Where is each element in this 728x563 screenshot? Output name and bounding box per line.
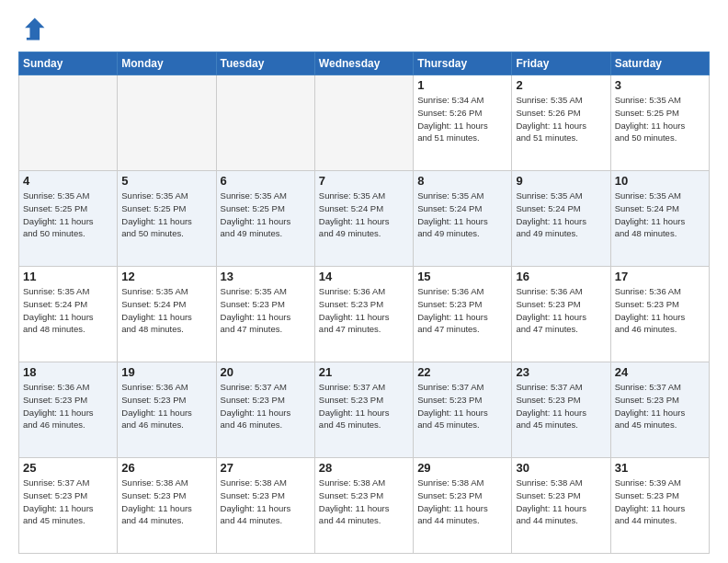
day-info: Sunrise: 5:35 AM Sunset: 5:24 PM Dayligh… bbox=[615, 190, 705, 240]
day-info: Sunrise: 5:35 AM Sunset: 5:25 PM Dayligh… bbox=[221, 190, 311, 240]
weekday-header-tuesday: Tuesday bbox=[216, 52, 314, 75]
calendar-cell-3-1: 19Sunrise: 5:36 AM Sunset: 5:23 PM Dayli… bbox=[118, 362, 216, 458]
day-number: 2 bbox=[516, 78, 606, 92]
day-number: 29 bbox=[417, 461, 507, 475]
calendar-header-row: SundayMondayTuesdayWednesdayThursdayFrid… bbox=[19, 52, 710, 75]
day-number: 3 bbox=[615, 78, 705, 92]
day-number: 8 bbox=[417, 174, 507, 188]
calendar-cell-0-3 bbox=[314, 75, 413, 171]
weekday-header-thursday: Thursday bbox=[414, 52, 512, 75]
calendar-row-0: 1Sunrise: 5:34 AM Sunset: 5:26 PM Daylig… bbox=[19, 75, 710, 171]
calendar-cell-1-2: 6Sunrise: 5:35 AM Sunset: 5:25 PM Daylig… bbox=[216, 171, 314, 267]
calendar-cell-1-6: 10Sunrise: 5:35 AM Sunset: 5:24 PM Dayli… bbox=[610, 171, 709, 267]
calendar-cell-1-4: 8Sunrise: 5:35 AM Sunset: 5:24 PM Daylig… bbox=[414, 171, 512, 267]
day-number: 17 bbox=[615, 270, 705, 283]
day-info: Sunrise: 5:35 AM Sunset: 5:25 PM Dayligh… bbox=[121, 190, 211, 240]
day-info: Sunrise: 5:36 AM Sunset: 5:23 PM Dayligh… bbox=[121, 381, 211, 431]
calendar-cell-4-4: 29Sunrise: 5:38 AM Sunset: 5:23 PM Dayli… bbox=[414, 458, 512, 554]
day-number: 10 bbox=[615, 174, 705, 188]
day-number: 15 bbox=[417, 270, 507, 283]
header bbox=[18, 15, 710, 44]
weekday-header-sunday: Sunday bbox=[19, 52, 118, 75]
day-number: 21 bbox=[319, 365, 409, 379]
day-info: Sunrise: 5:38 AM Sunset: 5:23 PM Dayligh… bbox=[121, 477, 211, 527]
day-number: 22 bbox=[417, 365, 507, 379]
calendar-cell-1-0: 4Sunrise: 5:35 AM Sunset: 5:25 PM Daylig… bbox=[19, 171, 118, 267]
day-number: 12 bbox=[121, 270, 211, 283]
day-number: 13 bbox=[221, 270, 311, 283]
day-number: 26 bbox=[121, 461, 211, 475]
day-info: Sunrise: 5:38 AM Sunset: 5:23 PM Dayligh… bbox=[319, 477, 409, 527]
calendar-cell-3-3: 21Sunrise: 5:37 AM Sunset: 5:23 PM Dayli… bbox=[314, 362, 413, 458]
day-number: 28 bbox=[319, 461, 409, 475]
day-info: Sunrise: 5:35 AM Sunset: 5:25 PM Dayligh… bbox=[23, 190, 113, 240]
day-number: 1 bbox=[417, 78, 507, 92]
calendar-cell-4-5: 30Sunrise: 5:38 AM Sunset: 5:23 PM Dayli… bbox=[512, 458, 610, 554]
calendar-cell-3-4: 22Sunrise: 5:37 AM Sunset: 5:23 PM Dayli… bbox=[414, 362, 512, 458]
calendar-row-1: 4Sunrise: 5:35 AM Sunset: 5:25 PM Daylig… bbox=[19, 171, 710, 267]
day-number: 16 bbox=[516, 270, 606, 283]
calendar-cell-4-1: 26Sunrise: 5:38 AM Sunset: 5:23 PM Dayli… bbox=[118, 458, 216, 554]
calendar-cell-3-2: 20Sunrise: 5:37 AM Sunset: 5:23 PM Dayli… bbox=[216, 362, 314, 458]
day-info: Sunrise: 5:35 AM Sunset: 5:23 PM Dayligh… bbox=[221, 285, 311, 336]
calendar-cell-0-1 bbox=[118, 75, 216, 171]
day-info: Sunrise: 5:37 AM Sunset: 5:23 PM Dayligh… bbox=[615, 381, 705, 431]
logo bbox=[18, 15, 51, 44]
day-number: 20 bbox=[221, 365, 311, 379]
calendar-cell-2-0: 11Sunrise: 5:35 AM Sunset: 5:24 PM Dayli… bbox=[19, 267, 118, 362]
weekday-header-saturday: Saturday bbox=[610, 52, 709, 75]
calendar-cell-2-4: 15Sunrise: 5:36 AM Sunset: 5:23 PM Dayli… bbox=[414, 267, 512, 362]
day-info: Sunrise: 5:38 AM Sunset: 5:23 PM Dayligh… bbox=[221, 477, 311, 527]
calendar-cell-2-5: 16Sunrise: 5:36 AM Sunset: 5:23 PM Dayli… bbox=[512, 267, 610, 362]
calendar-cell-0-5: 2Sunrise: 5:35 AM Sunset: 5:26 PM Daylig… bbox=[512, 75, 610, 171]
calendar-cell-1-3: 7Sunrise: 5:35 AM Sunset: 5:24 PM Daylig… bbox=[314, 171, 413, 267]
day-info: Sunrise: 5:36 AM Sunset: 5:23 PM Dayligh… bbox=[615, 285, 705, 336]
day-number: 19 bbox=[121, 365, 211, 379]
calendar-cell-2-6: 17Sunrise: 5:36 AM Sunset: 5:23 PM Dayli… bbox=[610, 267, 709, 362]
calendar-cell-1-5: 9Sunrise: 5:35 AM Sunset: 5:24 PM Daylig… bbox=[512, 171, 610, 267]
weekday-header-friday: Friday bbox=[512, 52, 610, 75]
day-info: Sunrise: 5:37 AM Sunset: 5:23 PM Dayligh… bbox=[319, 381, 409, 431]
calendar-row-4: 25Sunrise: 5:37 AM Sunset: 5:23 PM Dayli… bbox=[19, 458, 710, 554]
day-number: 18 bbox=[23, 365, 113, 379]
day-number: 24 bbox=[615, 365, 705, 379]
day-info: Sunrise: 5:35 AM Sunset: 5:24 PM Dayligh… bbox=[417, 190, 507, 240]
calendar-cell-0-6: 3Sunrise: 5:35 AM Sunset: 5:25 PM Daylig… bbox=[610, 75, 709, 171]
calendar-cell-3-6: 24Sunrise: 5:37 AM Sunset: 5:23 PM Dayli… bbox=[610, 362, 709, 458]
day-info: Sunrise: 5:37 AM Sunset: 5:23 PM Dayligh… bbox=[417, 381, 507, 431]
day-number: 5 bbox=[121, 174, 211, 188]
day-info: Sunrise: 5:36 AM Sunset: 5:23 PM Dayligh… bbox=[516, 285, 606, 336]
day-info: Sunrise: 5:37 AM Sunset: 5:23 PM Dayligh… bbox=[516, 381, 606, 431]
day-info: Sunrise: 5:35 AM Sunset: 5:24 PM Dayligh… bbox=[23, 285, 113, 336]
day-number: 7 bbox=[319, 174, 409, 188]
calendar-cell-0-4: 1Sunrise: 5:34 AM Sunset: 5:26 PM Daylig… bbox=[414, 75, 512, 171]
day-info: Sunrise: 5:36 AM Sunset: 5:23 PM Dayligh… bbox=[23, 381, 113, 431]
day-number: 30 bbox=[516, 461, 606, 475]
calendar-cell-0-0 bbox=[19, 75, 118, 171]
page: SundayMondayTuesdayWednesdayThursdayFrid… bbox=[0, 0, 728, 563]
calendar-cell-2-1: 12Sunrise: 5:35 AM Sunset: 5:24 PM Dayli… bbox=[118, 267, 216, 362]
calendar-cell-4-2: 27Sunrise: 5:38 AM Sunset: 5:23 PM Dayli… bbox=[216, 458, 314, 554]
calendar-cell-2-2: 13Sunrise: 5:35 AM Sunset: 5:23 PM Dayli… bbox=[216, 267, 314, 362]
day-info: Sunrise: 5:38 AM Sunset: 5:23 PM Dayligh… bbox=[516, 477, 606, 527]
day-number: 23 bbox=[516, 365, 606, 379]
weekday-header-wednesday: Wednesday bbox=[314, 52, 413, 75]
calendar-cell-4-0: 25Sunrise: 5:37 AM Sunset: 5:23 PM Dayli… bbox=[19, 458, 118, 554]
day-info: Sunrise: 5:35 AM Sunset: 5:24 PM Dayligh… bbox=[121, 285, 211, 336]
day-info: Sunrise: 5:36 AM Sunset: 5:23 PM Dayligh… bbox=[417, 285, 507, 336]
calendar-cell-1-1: 5Sunrise: 5:35 AM Sunset: 5:25 PM Daylig… bbox=[118, 171, 216, 267]
day-number: 25 bbox=[23, 461, 113, 475]
day-number: 11 bbox=[23, 270, 113, 283]
day-info: Sunrise: 5:35 AM Sunset: 5:24 PM Dayligh… bbox=[319, 190, 409, 240]
day-number: 14 bbox=[319, 270, 409, 283]
calendar-row-2: 11Sunrise: 5:35 AM Sunset: 5:24 PM Dayli… bbox=[19, 267, 710, 362]
day-info: Sunrise: 5:37 AM Sunset: 5:23 PM Dayligh… bbox=[23, 477, 113, 527]
day-info: Sunrise: 5:34 AM Sunset: 5:26 PM Dayligh… bbox=[417, 94, 507, 144]
calendar-row-3: 18Sunrise: 5:36 AM Sunset: 5:23 PM Dayli… bbox=[19, 362, 710, 458]
day-info: Sunrise: 5:35 AM Sunset: 5:26 PM Dayligh… bbox=[516, 94, 606, 144]
calendar-cell-3-0: 18Sunrise: 5:36 AM Sunset: 5:23 PM Dayli… bbox=[19, 362, 118, 458]
day-info: Sunrise: 5:38 AM Sunset: 5:23 PM Dayligh… bbox=[417, 477, 507, 527]
day-number: 4 bbox=[23, 174, 113, 188]
day-info: Sunrise: 5:37 AM Sunset: 5:23 PM Dayligh… bbox=[221, 381, 311, 431]
calendar-cell-0-2 bbox=[216, 75, 314, 171]
